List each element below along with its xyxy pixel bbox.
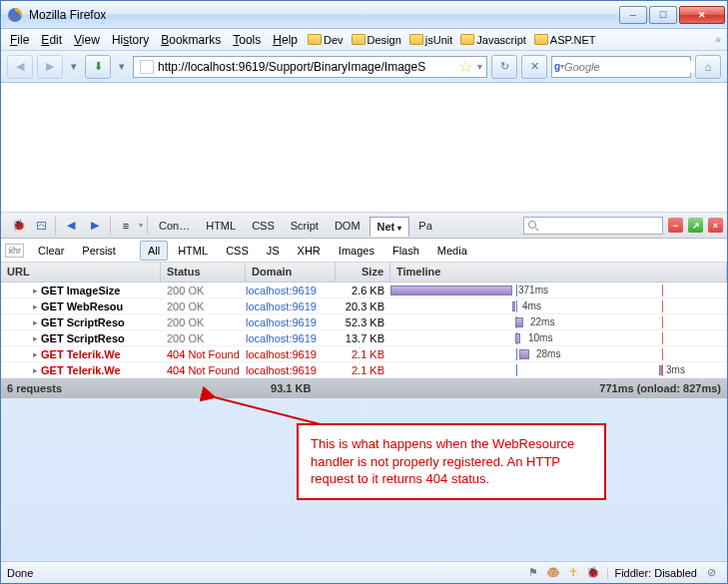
greasemonkey-icon[interactable]: 🐵 — [545, 566, 561, 579]
filter-xhr[interactable]: XHR — [290, 241, 329, 261]
net-request-row[interactable]: ▸GET Telerik.We404 Not Foundlocalhost:96… — [1, 362, 727, 378]
col-domain[interactable]: Domain — [246, 263, 336, 282]
url-bar[interactable]: ☆ ▾ — [133, 56, 487, 78]
clear-button[interactable]: Clear — [30, 241, 72, 261]
filter-flash[interactable]: Flash — [384, 241, 427, 261]
bookmark-star-icon[interactable]: ☆ — [458, 57, 472, 76]
xhr-icon[interactable]: ẋhr — [5, 244, 24, 258]
forward-button[interactable]: ▶ — [37, 55, 63, 79]
history-dropdown[interactable]: ▾ — [67, 55, 81, 79]
firebug-detach-button[interactable]: ↗ — [688, 218, 703, 233]
folder-icon — [460, 34, 474, 45]
download-button[interactable]: ⬇ — [85, 55, 111, 79]
statusbar: Done ⚑ 🐵 ☥ 🐞 Fiddler: Disabled ⊘ — [1, 561, 727, 583]
annotation-box: This is what happens when the WebResourc… — [297, 423, 606, 500]
bookmark-folder[interactable]: ASP.NET — [531, 34, 599, 46]
overflow-chevron-icon[interactable]: » — [715, 34, 721, 45]
inspect-icon[interactable]: ⮹ — [29, 216, 51, 236]
tab-css[interactable]: CSS — [245, 217, 282, 235]
filter-css[interactable]: CSS — [218, 241, 257, 261]
menu-file[interactable]: File — [5, 31, 34, 49]
firebug-close-button[interactable]: × — [708, 218, 723, 233]
request-domain: localhost:9619 — [246, 332, 336, 344]
ankh-icon[interactable]: ☥ — [565, 566, 581, 579]
window-title: Mozilla Firefox — [29, 8, 619, 22]
tab-html[interactable]: HTML — [199, 217, 243, 235]
minimize-button[interactable]: ─ — [619, 6, 647, 24]
home-button[interactable]: ⌂ — [695, 55, 721, 79]
net-request-row[interactable]: ▸GET ImageSize200 OKlocalhost:96192.6 KB… — [1, 283, 727, 298]
request-url: GET ScriptReso — [41, 316, 161, 328]
menu-bookmarks[interactable]: Bookmarks — [156, 31, 226, 49]
firebug-minimize-button[interactable]: − — [668, 218, 683, 233]
net-request-row[interactable]: ▸GET ScriptReso200 OKlocalhost:961913.7 … — [1, 330, 727, 346]
search-bar[interactable]: g ▾ — [551, 56, 691, 78]
filter-html[interactable]: HTML — [170, 241, 216, 261]
firebug-search[interactable] — [523, 217, 663, 235]
twisty-icon[interactable]: ▸ — [29, 317, 41, 327]
bookmark-folder[interactable]: jsUnit — [406, 34, 456, 46]
bookmark-folder[interactable]: Design — [349, 34, 404, 46]
page-icon — [140, 60, 154, 74]
firebug-toolbar: 🐞 ⮹ ◀ ▶ ≡ ▾ Con… HTML CSS Script DOM Net… — [1, 213, 727, 239]
net-request-row[interactable]: ▸GET Telerik.We404 Not Foundlocalhost:96… — [1, 346, 727, 362]
col-status[interactable]: Status — [161, 263, 246, 282]
filter-js[interactable]: JS — [259, 241, 288, 261]
filter-images[interactable]: Images — [331, 241, 382, 261]
net-request-row[interactable]: ▸GET ScriptReso200 OKlocalhost:961952.3 … — [1, 314, 727, 330]
folder-icon — [352, 34, 365, 45]
reload-button[interactable]: ↻ — [491, 55, 517, 79]
nav-back-icon[interactable]: ◀ — [60, 215, 82, 236]
tab-net[interactable]: Net ▾ — [369, 217, 410, 237]
download-dropdown[interactable]: ▾ — [115, 55, 129, 79]
tab-console[interactable]: Con… — [152, 217, 197, 235]
fiddler-status[interactable]: Fiddler: Disabled — [607, 567, 697, 579]
tab-dom[interactable]: DOM — [328, 217, 367, 235]
bookmark-folder[interactable]: Javascript — [457, 34, 529, 46]
bookmark-folder[interactable]: Dev — [305, 34, 347, 46]
request-size: 2.1 KB — [336, 348, 390, 360]
maximize-button[interactable]: ☐ — [649, 6, 677, 24]
request-size: 20.3 KB — [336, 300, 390, 312]
tab-page[interactable]: Pa — [411, 217, 438, 235]
filter-all[interactable]: All — [140, 241, 168, 261]
col-timeline[interactable]: Timeline — [390, 263, 727, 282]
url-input[interactable] — [158, 60, 455, 74]
close-button[interactable]: ✕ — [679, 6, 725, 24]
url-dropdown-icon[interactable]: ▾ — [477, 61, 482, 72]
request-status: 200 OK — [161, 285, 246, 296]
back-button[interactable]: ◀ — [7, 55, 33, 79]
request-size: 2.1 KB — [336, 364, 390, 376]
menu-edit[interactable]: Edit — [36, 31, 67, 49]
net-request-row[interactable]: ▸GET WebResou200 OKlocalhost:961920.3 KB… — [1, 298, 727, 314]
menubar: File Edit View History Bookmarks Tools H… — [1, 29, 727, 51]
summary-size: 93.1 KB — [271, 382, 311, 394]
firebug-icon[interactable]: 🐞 — [5, 215, 27, 236]
menu-help[interactable]: Help — [268, 31, 303, 49]
twisty-icon[interactable]: ▸ — [29, 333, 41, 343]
menu-history[interactable]: History — [107, 31, 154, 49]
tab-script[interactable]: Script — [284, 217, 326, 235]
menu-tools[interactable]: Tools — [228, 31, 266, 49]
lines-icon[interactable]: ≡ — [115, 216, 137, 236]
twisty-icon[interactable]: ▸ — [29, 349, 41, 359]
flag-icon[interactable]: ⚑ — [525, 566, 541, 579]
twisty-icon[interactable]: ▸ — [29, 301, 41, 311]
col-size[interactable]: Size — [336, 263, 390, 282]
persist-button[interactable]: Persist — [74, 241, 124, 261]
error-icon[interactable]: ⊘ — [703, 566, 719, 579]
filter-media[interactable]: Media — [429, 241, 475, 261]
request-timeline: 4ms — [390, 300, 727, 312]
bug-icon[interactable]: 🐞 — [585, 566, 601, 579]
twisty-icon[interactable]: ▸ — [29, 365, 41, 375]
request-domain: localhost:9619 — [246, 348, 336, 360]
menu-view[interactable]: View — [69, 31, 105, 49]
search-input[interactable] — [564, 61, 703, 73]
col-url[interactable]: URL — [1, 263, 161, 282]
nav-fwd-icon[interactable]: ▶ — [84, 215, 106, 236]
twisty-icon[interactable]: ▸ — [29, 286, 41, 295]
svg-line-2 — [535, 228, 538, 231]
stop-button[interactable]: ✕ — [521, 55, 547, 79]
nav-toolbar: ◀ ▶ ▾ ⬇ ▾ ☆ ▾ ↻ ✕ g ▾ ⌂ — [1, 51, 727, 83]
request-url: GET WebResou — [41, 300, 161, 312]
